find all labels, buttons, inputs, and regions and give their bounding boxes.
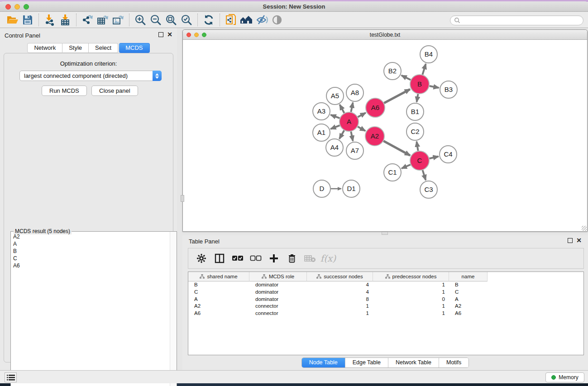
table-cell[interactable]: A bbox=[449, 296, 488, 303]
run-mcds-button[interactable]: Run MCDS bbox=[42, 86, 87, 96]
column-layout-icon[interactable] bbox=[213, 252, 226, 265]
graph-edge-A6-B[interactable] bbox=[384, 89, 410, 103]
select-all-columns-icon[interactable] bbox=[231, 252, 244, 265]
mcds-result-list[interactable]: A2 A B C A6 bbox=[11, 233, 169, 386]
table-cell[interactable]: 1 bbox=[373, 310, 449, 317]
zoom-fit-icon[interactable] bbox=[163, 14, 179, 26]
column-header-predecessor-nodes[interactable]: predecessor nodes bbox=[373, 272, 449, 281]
zoom-out-icon[interactable] bbox=[148, 14, 163, 26]
minimize-network-button[interactable] bbox=[194, 33, 199, 37]
result-item[interactable]: A bbox=[11, 240, 169, 248]
graph-edge-B-B4[interactable] bbox=[422, 64, 425, 75]
table-cell[interactable]: dominator bbox=[249, 281, 307, 289]
table-row[interactable]: Bdominator41B bbox=[188, 281, 583, 289]
table-cell[interactable]: A2 bbox=[449, 303, 488, 310]
column-header-name[interactable]: name bbox=[449, 272, 488, 281]
graph-edge-A-A5[interactable] bbox=[340, 105, 344, 113]
graph-edge-C-C4[interactable] bbox=[429, 157, 438, 158]
graph-edge-A-A7[interactable] bbox=[351, 132, 353, 141]
tab-motifs[interactable]: Motifs bbox=[439, 358, 468, 367]
graph-edge-C-C2[interactable] bbox=[416, 142, 418, 151]
network-window-titlebar[interactable]: testGlobe.txt bbox=[183, 30, 587, 40]
add-column-icon[interactable] bbox=[267, 252, 281, 265]
table-cell[interactable]: dominator bbox=[249, 296, 307, 303]
zoom-window-button[interactable] bbox=[24, 4, 29, 10]
table-cell[interactable]: 0 bbox=[373, 296, 449, 303]
table-cell[interactable]: 1 bbox=[373, 303, 449, 310]
search-input[interactable] bbox=[460, 16, 583, 24]
graph-edge-A-A8[interactable] bbox=[351, 103, 353, 112]
import-network-icon[interactable] bbox=[42, 14, 57, 26]
refresh-layout-icon[interactable] bbox=[201, 14, 216, 26]
table-body[interactable]: Bdominator41BCdominator41CAdominator80AA… bbox=[188, 281, 583, 355]
graph-edge-B-B2[interactable] bbox=[402, 76, 411, 80]
tab-network-table[interactable]: Network Table bbox=[388, 358, 439, 367]
settings-gear-icon[interactable] bbox=[195, 252, 208, 265]
result-scrollbar[interactable] bbox=[170, 232, 177, 386]
show-graphics-icon[interactable] bbox=[269, 14, 285, 26]
save-session-icon[interactable] bbox=[20, 14, 35, 26]
close-panel-icon[interactable]: ✕ bbox=[167, 32, 172, 37]
tab-style[interactable]: Style bbox=[62, 43, 89, 53]
table-cell[interactable]: B bbox=[449, 281, 488, 289]
table-cell[interactable]: 4 bbox=[307, 281, 373, 289]
result-item[interactable]: C bbox=[11, 255, 169, 262]
table-cell[interactable]: connector bbox=[249, 310, 307, 317]
graph-edge-A-A3[interactable] bbox=[331, 115, 340, 118]
horizontal-splitter-handle[interactable] bbox=[382, 232, 388, 235]
tab-select[interactable]: Select bbox=[89, 43, 118, 53]
float-panel-icon[interactable] bbox=[568, 238, 573, 243]
zoom-in-icon[interactable] bbox=[133, 14, 148, 26]
network-canvas[interactable]: B4B2BB3A5A8A6A3B1AC2A1A2A4A7C4CC1DD1C3 bbox=[183, 40, 587, 231]
graph-edge-A-A4[interactable] bbox=[339, 130, 344, 139]
table-cell[interactable]: 1 bbox=[373, 289, 449, 296]
table-row[interactable]: Cdominator41C bbox=[188, 289, 583, 296]
graph-edge-A2-C[interactable] bbox=[383, 141, 410, 156]
clone-network-icon[interactable] bbox=[223, 14, 239, 26]
export-table-icon[interactable] bbox=[95, 14, 110, 26]
zoom-network-button[interactable] bbox=[202, 33, 206, 37]
delete-table-icon[interactable] bbox=[303, 252, 317, 265]
unselect-all-columns-icon[interactable] bbox=[249, 252, 263, 265]
column-header-mcds-role[interactable]: MCDS role bbox=[249, 272, 307, 281]
close-panel-button[interactable]: Close panel bbox=[91, 86, 138, 96]
result-item[interactable]: A2 bbox=[11, 233, 169, 240]
tab-network[interactable]: Network bbox=[27, 43, 62, 53]
table-cell[interactable]: A6 bbox=[449, 310, 488, 317]
result-item[interactable]: A6 bbox=[11, 262, 169, 269]
export-network-icon[interactable] bbox=[80, 14, 95, 26]
table-cell[interactable]: C bbox=[449, 289, 488, 296]
table-cell[interactable]: 1 bbox=[307, 303, 373, 310]
table-row[interactable]: A2connector11A2 bbox=[188, 303, 583, 310]
graph-edge-C-C3[interactable] bbox=[423, 170, 426, 180]
criterion-dropdown[interactable]: largest connected component (directed) bbox=[19, 71, 162, 81]
table-row[interactable]: Adominator80A bbox=[188, 296, 583, 303]
window-resize-grip[interactable] bbox=[582, 226, 587, 231]
close-window-button[interactable] bbox=[5, 4, 11, 10]
float-panel-icon[interactable] bbox=[158, 32, 163, 37]
column-header-successor-nodes[interactable]: successor nodes bbox=[307, 272, 373, 281]
zoom-selected-icon[interactable] bbox=[179, 14, 194, 26]
delete-column-icon[interactable] bbox=[285, 252, 299, 265]
result-item[interactable]: B bbox=[11, 248, 169, 255]
graph-edge-A-A1[interactable] bbox=[330, 125, 339, 129]
node-table[interactable]: shared name MCDS role successor nodes pr… bbox=[188, 272, 584, 355]
close-network-button[interactable] bbox=[186, 33, 191, 37]
graph-edge-B-B3[interactable] bbox=[430, 86, 439, 88]
table-cell[interactable]: connector bbox=[249, 303, 307, 310]
table-cell[interactable]: 8 bbox=[307, 296, 373, 303]
task-history-button[interactable] bbox=[5, 372, 17, 382]
table-cell[interactable]: dominator bbox=[249, 289, 307, 296]
import-table-icon[interactable] bbox=[57, 14, 73, 26]
graph-edge-B-B1[interactable] bbox=[417, 94, 418, 102]
table-cell[interactable]: A2 bbox=[188, 303, 249, 310]
graph-edge-C-C1[interactable] bbox=[402, 165, 411, 169]
search-box[interactable] bbox=[450, 15, 583, 25]
vertical-splitter-handle[interactable] bbox=[181, 195, 184, 202]
tab-mcds[interactable]: MCDS bbox=[119, 43, 149, 53]
table-cell[interactable]: 4 bbox=[307, 289, 373, 296]
network-graph[interactable]: B4B2BB3A5A8A6A3B1AC2A1A2A4A7C4CC1DD1C3 bbox=[183, 40, 587, 231]
minimize-window-button[interactable] bbox=[14, 4, 20, 10]
close-panel-icon[interactable]: ✕ bbox=[576, 238, 582, 243]
graph-edge-A-A2[interactable] bbox=[358, 127, 365, 131]
